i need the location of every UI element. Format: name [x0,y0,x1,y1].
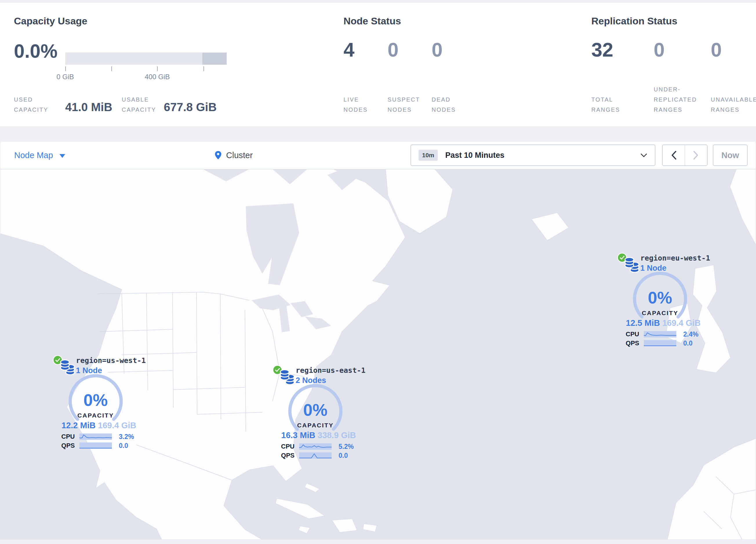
region-used-capacity: 16.3 MiB [281,431,315,440]
region-total-capacity: 169.4 GiB [662,318,701,328]
capacity-bar [65,52,227,65]
time-step-forward-button[interactable] [685,145,707,165]
replication-status-title: Replication Status [591,15,677,27]
qps-sparkline [299,452,332,459]
live-nodes-label: LIVE NODES [344,95,382,115]
now-button-label: Now [721,150,739,160]
suspect-nodes-label: SUSPECT NODES [388,95,426,115]
time-range-badge: 10m [419,150,438,161]
capacity-gauge-label: CAPACITY [269,422,362,429]
qps-value: 0.0 [119,442,128,449]
qps-sparkline [644,340,676,347]
map-toolbar: Node Map Cluster 10m Past 10 Minutes Now [0,141,756,169]
suspect-nodes-count: 0 [388,40,399,59]
capacity-bar-ticks [65,66,227,71]
time-range-selector[interactable]: 10m Past 10 Minutes [410,144,655,166]
node-status-title: Node Status [344,15,401,27]
dead-nodes-count: 0 [432,40,443,59]
dropdown-triangle-icon [59,154,65,158]
cpu-value: 3.2% [119,433,134,440]
under-replicated-count: 0 [654,40,665,59]
region-name[interactable]: region=eu-west-1 [640,254,710,262]
world-map [0,169,756,540]
region-name[interactable]: region=us-west-1 [76,356,146,365]
usable-capacity-label: USABLE CAPACITY [122,95,168,115]
used-capacity-value: 41.0 MiB [65,101,112,114]
capacity-bar-usable-segment [65,52,202,65]
qps-value: 0.0 [683,340,693,347]
cpu-label: CPU [49,433,75,440]
now-button[interactable]: Now [713,144,748,166]
axis-label-0gib: 0 GiB [57,73,74,81]
cpu-sparkline [644,331,676,338]
chevron-left-icon [670,150,677,160]
region-name[interactable]: region=us-east-1 [296,366,366,375]
capacity-axis-labels: 0 GiB 400 GiB [65,73,227,81]
qps-label: QPS [49,442,75,449]
breadcrumb-label: Cluster [226,150,253,160]
axis-label-400gib: 400 GiB [145,73,170,81]
total-ranges-label: TOTAL RANGES [591,95,633,115]
time-step-back-button[interactable] [663,145,685,165]
capacity-usage-title: Capacity Usage [14,15,87,27]
map-pin-icon [214,150,222,160]
capacity-gauge-label: CAPACITY [49,412,142,419]
capacity-bar-reserved-segment [202,52,227,65]
cpu-value: 2.4% [683,331,698,338]
under-replicated-label: UNDER-REPLICATED RANGES [654,84,709,115]
region-used-capacity: 12.2 MiB [61,421,96,430]
qps-label: QPS [614,340,639,347]
cpu-label: CPU [269,443,295,450]
unavailable-ranges-label: UNAVAILABLE RANGES [711,95,756,115]
view-selector-label: Node Map [14,150,53,160]
region-used-capacity: 12.5 MiB [626,318,660,328]
cpu-sparkline [79,434,112,440]
capacity-gauge-label: CAPACITY [614,310,706,317]
total-ranges-count: 32 [591,40,613,59]
region-total-capacity: 338.9 GiB [318,431,356,440]
used-capacity-label: USED CAPACITY [14,95,60,115]
breadcrumb[interactable]: Cluster [214,141,253,169]
cpu-sparkline [299,443,332,450]
region-marker-us-east-1[interactable]: region=us-east-1 2 Nodes 0% CAPACITY 16.… [269,365,368,461]
time-step-buttons [662,144,708,166]
capacity-gauge-percent: 0% [269,402,362,418]
capacity-gauge-percent: 0% [49,392,142,409]
time-range-label: Past 10 Minutes [445,151,504,160]
region-marker-eu-west-1[interactable]: region=eu-west-1 1 Node 0% CAPACITY 12.5… [614,253,712,349]
qps-sparkline [79,443,112,449]
cpu-label: CPU [614,331,639,338]
cluster-summary-panel: Capacity Usage 0.0% 0 GiB 400 GiB USED C… [0,2,756,127]
cpu-value: 5.2% [339,443,354,450]
region-marker-us-west-1[interactable]: region=us-west-1 1 Node 0% CAPACITY 12.2… [49,355,148,451]
live-nodes-count: 4 [344,40,355,59]
chevron-down-icon [640,153,647,157]
qps-label: QPS [269,452,295,459]
qps-value: 0.0 [339,452,348,459]
dead-nodes-label: DEAD NODES [432,95,470,115]
node-map[interactable]: region=us-west-1 1 Node 0% CAPACITY 12.2… [0,169,756,540]
capacity-percent: 0.0% [14,41,57,61]
view-selector-dropdown[interactable]: Node Map [14,141,65,169]
usable-capacity-value: 677.8 GiB [164,101,217,114]
chevron-right-icon [693,150,699,160]
unavailable-ranges-count: 0 [711,40,722,59]
region-total-capacity: 169.4 GiB [98,421,136,430]
capacity-gauge-percent: 0% [614,289,706,306]
